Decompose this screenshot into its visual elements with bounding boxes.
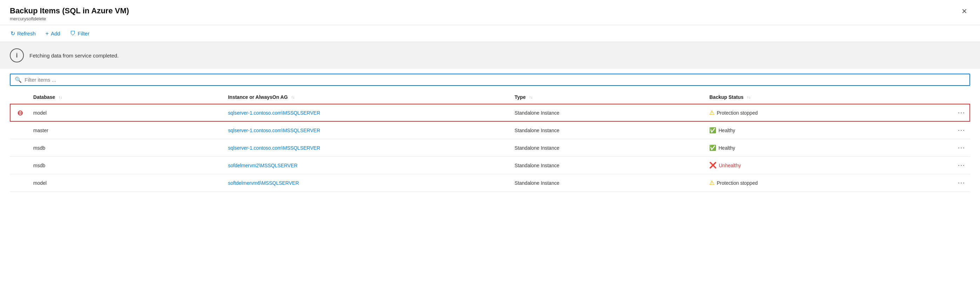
more-menu-button[interactable]: ··· — [956, 126, 967, 135]
more-menu-button[interactable]: ··· — [956, 108, 967, 117]
row-icon-cell — [10, 157, 30, 174]
instance-link[interactable]: sqlserver-1.contoso.com\MSSQLSERVER — [228, 145, 320, 151]
row-type: Standalone Instance — [512, 157, 706, 174]
sort-arrows-type: ↑↓ — [529, 96, 533, 99]
status-badge: ✅Healthy — [709, 144, 735, 151]
row-icon-cell: ⊖ — [10, 104, 30, 122]
add-label: Add — [51, 30, 60, 36]
row-menu-cell: ··· — [936, 174, 970, 192]
refresh-label: Refresh — [17, 30, 36, 36]
instance-link[interactable]: sqlserver-1.contoso.com\MSSQLSERVER — [228, 110, 320, 116]
row-status: ⚠Protection stopped — [706, 104, 935, 122]
banner-message: Fetching data from service completed. — [29, 52, 119, 59]
sort-arrows-status: ↑↓ — [747, 96, 751, 99]
more-menu-button[interactable]: ··· — [956, 178, 967, 187]
table-row[interactable]: ⊖modelsqlserver-1.contoso.com\MSSQLSERVE… — [10, 104, 970, 122]
instance-link[interactable]: sofdelmervm2\MSSQLSERVER — [228, 163, 298, 168]
status-badge: ✅Healthy — [709, 127, 735, 133]
row-status: ✅Healthy — [706, 139, 935, 157]
close-button[interactable]: ✕ — [959, 6, 970, 16]
table-row[interactable]: modelsoftdelmervm6\MSSQLSERVERStandalone… — [10, 174, 970, 192]
status-text: Healthy — [718, 145, 735, 151]
table-row[interactable]: msdbsofdelmervm2\MSSQLSERVERStandalone I… — [10, 157, 970, 174]
error-icon: ❌ — [709, 162, 717, 169]
more-menu-button[interactable]: ··· — [956, 161, 967, 170]
success-circle-icon: ✅ — [709, 127, 716, 133]
row-instance[interactable]: softdelmervm6\MSSQLSERVER — [225, 174, 512, 192]
refresh-button[interactable]: ↻ Refresh — [10, 29, 37, 38]
filter-label: Filter — [78, 30, 89, 36]
instance-link[interactable]: softdelmervm6\MSSQLSERVER — [228, 180, 299, 186]
row-menu-cell: ··· — [936, 122, 970, 139]
row-type: Standalone Instance — [512, 122, 706, 139]
row-instance[interactable]: sofdelmervm2\MSSQLSERVER — [225, 157, 512, 174]
status-text: Protection stopped — [717, 110, 757, 116]
table-body: ⊖modelsqlserver-1.contoso.com\MSSQLSERVE… — [10, 104, 970, 192]
search-bar: 🔍 — [10, 74, 970, 86]
sort-arrows-instance: ↑↓ — [291, 96, 294, 99]
row-db: msdb — [30, 139, 225, 157]
filter-icon: ⛉ — [70, 30, 76, 37]
row-instance[interactable]: sqlserver-1.contoso.com\MSSQLSERVER — [225, 122, 512, 139]
warning-icon: ⚠ — [709, 179, 714, 187]
table-header: Database ↑↓ Instance or AlwaysOn AG ↑↓ T… — [10, 91, 970, 104]
panel-subtitle: mercurysoftdelete — [10, 16, 129, 21]
row-db: model — [30, 104, 225, 122]
row-icon-cell — [10, 122, 30, 139]
col-status-header[interactable]: Backup Status ↑↓ — [706, 91, 935, 104]
info-icon: i — [10, 48, 24, 62]
row-icon-cell — [10, 174, 30, 192]
table-row[interactable]: msdbsqlserver-1.contoso.com\MSSQLSERVERS… — [10, 139, 970, 157]
status-badge: ❌Unhealthy — [709, 162, 741, 169]
info-banner: i Fetching data from service completed. — [0, 42, 980, 69]
row-type: Standalone Instance — [512, 139, 706, 157]
row-menu-cell: ··· — [936, 157, 970, 174]
status-badge: ⚠Protection stopped — [709, 109, 757, 116]
row-menu-cell: ··· — [936, 139, 970, 157]
search-input[interactable] — [25, 77, 965, 83]
table-row[interactable]: mastersqlserver-1.contoso.com\MSSQLSERVE… — [10, 122, 970, 139]
col-menu-header — [936, 91, 970, 104]
col-database-header[interactable]: Database ↑↓ — [30, 91, 225, 104]
row-db: msdb — [30, 157, 225, 174]
instance-link[interactable]: sqlserver-1.contoso.com\MSSQLSERVER — [228, 128, 320, 133]
col-type-header[interactable]: Type ↑↓ — [512, 91, 706, 104]
refresh-icon: ↻ — [11, 30, 15, 37]
row-instance[interactable]: sqlserver-1.contoso.com\MSSQLSERVER — [225, 104, 512, 122]
panel-title-block: Backup Items (SQL in Azure VM) mercuryso… — [10, 6, 129, 21]
sort-arrows-db: ↑↓ — [59, 96, 62, 99]
status-text: Healthy — [718, 128, 735, 133]
warning-icon: ⚠ — [709, 109, 714, 116]
table-container: Database ↑↓ Instance or AlwaysOn AG ↑↓ T… — [0, 91, 980, 298]
toolbar: ↻ Refresh + Add ⛉ Filter — [0, 25, 980, 42]
col-icon-header — [10, 91, 30, 104]
backup-items-table: Database ↑↓ Instance or AlwaysOn AG ↑↓ T… — [10, 91, 970, 192]
panel-title: Backup Items (SQL in Azure VM) — [10, 6, 129, 16]
status-text: Protection stopped — [717, 180, 757, 186]
remove-icon: ⊖ — [17, 109, 23, 117]
col-instance-header[interactable]: Instance or AlwaysOn AG ↑↓ — [225, 91, 512, 104]
row-status: ❌Unhealthy — [706, 157, 935, 174]
row-menu-cell: ··· — [936, 104, 970, 122]
row-instance[interactable]: sqlserver-1.contoso.com\MSSQLSERVER — [225, 139, 512, 157]
row-status: ✅Healthy — [706, 122, 935, 139]
row-icon-cell — [10, 139, 30, 157]
panel-header: Backup Items (SQL in Azure VM) mercuryso… — [0, 0, 980, 25]
add-button[interactable]: + Add — [45, 29, 61, 38]
row-db: model — [30, 174, 225, 192]
add-icon: + — [46, 30, 49, 37]
row-db: master — [30, 122, 225, 139]
more-menu-button[interactable]: ··· — [956, 143, 967, 152]
row-type: Standalone Instance — [512, 104, 706, 122]
success-circle-icon: ✅ — [709, 144, 716, 151]
row-type: Standalone Instance — [512, 174, 706, 192]
status-badge: ⚠Protection stopped — [709, 179, 757, 187]
status-text: Unhealthy — [719, 163, 741, 168]
backup-items-panel: Backup Items (SQL in Azure VM) mercuryso… — [0, 0, 980, 298]
search-icon: 🔍 — [15, 76, 22, 83]
row-status: ⚠Protection stopped — [706, 174, 935, 192]
filter-button[interactable]: ⛉ Filter — [70, 29, 90, 38]
